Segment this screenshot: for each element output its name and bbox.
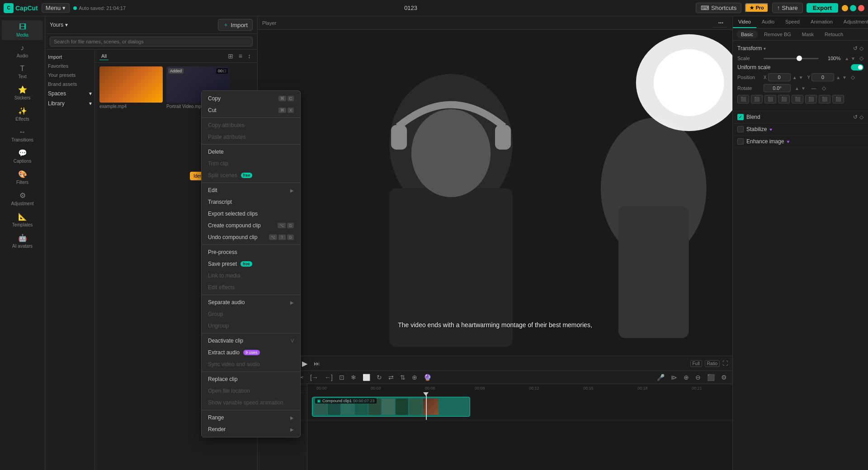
uniform-scale-toggle[interactable]	[851, 64, 863, 70]
nav-item-brand-assets[interactable]: Brand assets	[45, 80, 94, 89]
sidebar-item-adjustment[interactable]: ⚙ Adjustment	[2, 188, 43, 209]
yours-dropdown[interactable]: Yours ▾	[50, 22, 68, 28]
menu-button[interactable]: Menu ▾	[42, 3, 70, 13]
tab-audio[interactable]: Audio	[756, 16, 780, 28]
subtab-basic[interactable]: Basic	[736, 30, 758, 38]
sidebar-item-captions[interactable]: 💬 Captions	[2, 146, 43, 166]
more-tools[interactable]: ⊕	[410, 373, 419, 382]
list-view-button[interactable]: ≡	[237, 52, 244, 61]
shortcuts-button[interactable]: ⌨ Shortcuts	[696, 3, 741, 13]
grid-view-button[interactable]: ⊞	[226, 52, 235, 61]
ctx-cut[interactable]: Cut ⌘ X	[202, 104, 300, 116]
import-button[interactable]: ＋ Import	[218, 19, 253, 31]
scale-keyframe-button[interactable]: ◇	[859, 55, 863, 61]
nav-item-your-presets[interactable]: Your presets	[45, 70, 94, 80]
pro-button[interactable]: ★ Pro	[745, 3, 768, 13]
tab-adjustment[interactable]: Adjustment	[838, 16, 868, 28]
rotate-down[interactable]: ▼	[801, 86, 806, 91]
tab-speed[interactable]: Speed	[780, 16, 805, 28]
sidebar-item-ai-avatars[interactable]: 🤖 AI avatars	[2, 231, 43, 251]
rotate-up[interactable]: ▲	[794, 86, 800, 91]
ctx-pre-process[interactable]: Pre-process	[202, 246, 300, 258]
ctx-extract-audio[interactable]: Extract audio 9 uses	[202, 347, 300, 358]
play-button[interactable]: ▶	[299, 358, 310, 369]
subtab-retouch[interactable]: Retouch	[820, 30, 848, 38]
pos-x-field[interactable]	[768, 73, 791, 81]
stabilize-checkbox[interactable]	[737, 126, 744, 132]
ctx-separate-audio[interactable]: Separate audio ▶	[202, 296, 300, 308]
ctx-transcript[interactable]: Transcript	[202, 196, 300, 208]
maximize-button[interactable]	[850, 5, 856, 11]
subtab-remove-bg[interactable]: Remove BG	[760, 30, 796, 38]
ctx-copy[interactable]: Copy ⌘ C	[202, 93, 300, 104]
ratio-button[interactable]: Ratio	[705, 360, 720, 367]
search-input[interactable]	[50, 37, 253, 47]
align-btn-7[interactable]: ⬛	[819, 95, 830, 103]
ctx-export-clips[interactable]: Export selected clips	[202, 208, 300, 220]
trim-left-tool[interactable]: [→	[308, 373, 320, 382]
align-btn-8[interactable]: ⬛	[832, 95, 844, 103]
sidebar-item-effects[interactable]: ✨ Effects	[2, 104, 43, 124]
fit-icon[interactable]: ⬛	[705, 373, 717, 382]
rotate-field[interactable]	[764, 84, 791, 92]
nav-item-spaces[interactable]: Spaces ▾	[45, 89, 94, 99]
ctx-range[interactable]: Range ▶	[202, 412, 300, 423]
sidebar-item-transitions[interactable]: ↔ Transitions	[2, 125, 43, 145]
pos-x-up[interactable]: ▲	[792, 75, 797, 80]
align-right-button[interactable]: ⬛	[764, 95, 776, 103]
crop-tool[interactable]: ⬜	[361, 373, 372, 382]
zoom-out-icon[interactable]: ⊖	[693, 373, 703, 382]
subtab-mask[interactable]: Mask	[797, 30, 818, 38]
settings-icon[interactable]: ⚙	[719, 373, 729, 382]
player-options-icon[interactable]: •••	[713, 18, 728, 28]
ctx-edit[interactable]: Edit ▶	[202, 184, 300, 196]
ctx-save-preset[interactable]: Save preset free	[202, 258, 300, 270]
scale-slider[interactable]	[764, 58, 819, 59]
align-center-v-button[interactable]: ⬛	[792, 95, 803, 103]
ctx-delete[interactable]: Delete	[202, 146, 300, 158]
blend-keyframe-button[interactable]: ◇	[859, 114, 863, 120]
clip-connect-icon[interactable]: ⧐	[669, 373, 679, 382]
rotate-keyframe-button[interactable]: ◇	[822, 85, 826, 91]
frame-forward-icon[interactable]: ⏭	[314, 360, 320, 367]
pos-y-down[interactable]: ▼	[842, 75, 847, 80]
sort-button[interactable]: ↕	[246, 52, 253, 61]
align-center-h-button[interactable]: ⬛	[751, 95, 763, 103]
sidebar-item-text[interactable]: T Text	[2, 62, 43, 82]
sidebar-item-media[interactable]: 🎞 Media	[2, 20, 43, 40]
trim-right-tool[interactable]: ←]	[323, 373, 335, 382]
ctx-render[interactable]: Render ▶	[202, 423, 300, 435]
mirror-tool[interactable]: ⇄	[387, 373, 396, 382]
scale-up-button[interactable]: ▲	[844, 56, 849, 61]
reset-transform-button[interactable]: ↺	[853, 45, 858, 52]
keyframe-transform-button[interactable]: ◇	[859, 45, 863, 52]
scale-down-button[interactable]: ▼	[850, 56, 856, 61]
align-bottom-button[interactable]: ⬛	[805, 95, 817, 103]
align-left-button[interactable]: ⬛	[737, 95, 749, 103]
close-button[interactable]	[858, 5, 864, 11]
zoom-in-icon[interactable]: ⊕	[682, 373, 691, 382]
minimize-button[interactable]	[842, 5, 848, 11]
clip-item-1[interactable]: example.mp4	[99, 66, 163, 109]
full-button[interactable]: Full	[690, 360, 702, 367]
magic-tool[interactable]: 🔮	[422, 373, 433, 382]
all-tab[interactable]: All	[99, 52, 108, 60]
rotate-tool[interactable]: ↻	[375, 373, 384, 382]
nav-item-library[interactable]: Library ▾	[45, 99, 94, 108]
compound-clip[interactable]: ▣ Compound clip1 00:00:07:23	[312, 397, 470, 417]
sidebar-item-filters[interactable]: 🎨 Filters	[2, 167, 43, 188]
tab-video[interactable]: Video	[733, 16, 756, 28]
nav-item-favorites[interactable]: Favorites	[45, 61, 94, 70]
align-top-button[interactable]: ⬛	[778, 95, 790, 103]
sidebar-item-templates[interactable]: 📐 Templates	[2, 210, 43, 230]
freeze-tool[interactable]: ❄	[349, 373, 358, 382]
export-button[interactable]: Export	[807, 3, 838, 13]
tab-animation[interactable]: Animation	[805, 16, 838, 28]
pos-y-field[interactable]	[811, 73, 834, 81]
ctx-undo-compound[interactable]: Undo compound clip ⌥ ⇧ G	[202, 231, 300, 243]
ctx-deactivate[interactable]: Deactivate clip V	[202, 335, 300, 347]
ctx-create-compound[interactable]: Create compound clip ⌥ G	[202, 220, 300, 231]
blend-checkbox[interactable]: ✓	[737, 114, 744, 120]
mic-icon[interactable]: 🎤	[655, 373, 666, 382]
pos-y-up[interactable]: ▲	[835, 75, 841, 80]
